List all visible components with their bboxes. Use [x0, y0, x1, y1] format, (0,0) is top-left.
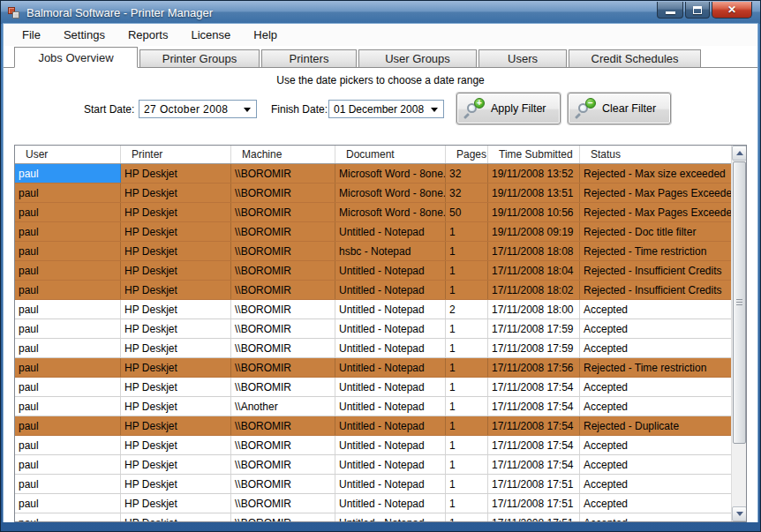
cell-pages[interactable]: 1	[446, 436, 488, 454]
clear-filter-button[interactable]: − Clear Filter	[568, 93, 671, 124]
cell-status[interactable]: Rejected - Max Pages Exceeded	[580, 203, 731, 221]
menu-settings[interactable]: Settings	[52, 25, 117, 45]
cell-machine[interactable]: \\Another	[231, 397, 335, 416]
cell-document[interactable]: Untitled - Notepad	[335, 475, 446, 493]
table-row[interactable]: paulHP Deskjet\\BOROMIRUntitled - Notepa…	[15, 475, 731, 494]
table-row[interactable]: paulHP Deskjet\\BOROMIRMicrosoft Word - …	[15, 203, 731, 222]
cell-user[interactable]: paul	[15, 416, 121, 435]
cell-pages[interactable]: 1	[446, 378, 488, 396]
cell-machine[interactable]: \\BOROMIR	[231, 455, 335, 474]
cell-pages[interactable]: 1	[446, 455, 488, 474]
table-row[interactable]: paulHP Deskjet\\BOROMIRMicrosoft Word - …	[15, 164, 731, 184]
cell-document[interactable]: Untitled - Notepad	[335, 300, 446, 318]
cell-printer[interactable]: HP Deskjet	[121, 475, 231, 493]
cell-time[interactable]: 19/11/2008 09:19	[488, 222, 580, 241]
table-row[interactable]: paulHP Deskjet\\BOROMIRUntitled - Notepa…	[15, 261, 731, 281]
cell-time[interactable]: 17/11/2008 17:54	[488, 436, 580, 454]
cell-status[interactable]: Accepted	[580, 436, 731, 454]
cell-machine[interactable]: \\BOROMIR	[231, 416, 335, 435]
cell-printer[interactable]: HP Deskjet	[121, 242, 231, 260]
cell-printer[interactable]: HP Deskjet	[121, 416, 231, 435]
cell-printer[interactable]: HP Deskjet	[121, 319, 231, 338]
table-row[interactable]: paulHP Deskjet\\BOROMIRUntitled - Notepa…	[15, 319, 731, 339]
cell-status[interactable]: Rejected - Time restriction	[580, 358, 731, 377]
cell-printer[interactable]: HP Deskjet	[121, 436, 231, 454]
table-row[interactable]: paulHP Deskjet\\AnotherUntitled - Notepa…	[15, 397, 731, 416]
cell-time[interactable]: 17/11/2008 17:54	[488, 397, 580, 416]
cell-status[interactable]: Accepted	[580, 397, 731, 416]
table-row[interactable]: paulHP Deskjet\\BOROMIRUntitled - Notepa…	[15, 339, 731, 358]
cell-user[interactable]: paul	[15, 319, 121, 338]
cell-pages[interactable]: 1	[446, 416, 488, 435]
cell-printer[interactable]: HP Deskjet	[121, 397, 231, 416]
cell-pages[interactable]: 1	[446, 261, 488, 280]
cell-time[interactable]: 17/11/2008 17:54	[488, 416, 580, 435]
cell-user[interactable]: paul	[15, 397, 121, 416]
cell-time[interactable]: 17/11/2008 17:51	[488, 513, 580, 522]
cell-time[interactable]: 17/11/2008 17:59	[488, 339, 580, 357]
cell-time[interactable]: 19/11/2008 13:52	[488, 164, 580, 183]
title-bar[interactable]: Balmoral Software - Printer Manager ✕	[1, 1, 760, 24]
cell-pages[interactable]: 1	[446, 494, 488, 513]
cell-status[interactable]: Accepted	[580, 300, 731, 318]
cell-pages[interactable]: 32	[446, 164, 488, 183]
cell-user[interactable]: paul	[15, 242, 121, 260]
cell-document[interactable]: Microsoft Word - 8one...	[335, 203, 446, 221]
cell-printer[interactable]: HP Deskjet	[121, 300, 231, 318]
cell-time[interactable]: 17/11/2008 17:54	[488, 378, 580, 396]
cell-time[interactable]: 17/11/2008 17:59	[488, 319, 580, 338]
cell-time[interactable]: 17/11/2008 17:54	[488, 455, 580, 474]
cell-user[interactable]: paul	[15, 494, 121, 513]
cell-status[interactable]: Accepted	[580, 455, 731, 474]
cell-status[interactable]: Rejected - Max size exceeded	[580, 164, 731, 183]
cell-user[interactable]: paul	[15, 436, 121, 454]
cell-machine[interactable]: \\BOROMIR	[231, 339, 335, 357]
cell-machine[interactable]: \\BOROMIR	[231, 358, 335, 377]
column-header-document[interactable]: Document	[335, 146, 446, 163]
cell-machine[interactable]: \\BOROMIR	[231, 203, 335, 221]
cell-pages[interactable]: 1	[446, 319, 488, 338]
cell-status[interactable]: Rejected - Max Pages Exceeded	[580, 184, 731, 202]
cell-status[interactable]: Accepted	[580, 513, 731, 522]
cell-machine[interactable]: \\BOROMIR	[231, 242, 335, 260]
cell-pages[interactable]: 50	[446, 203, 488, 221]
column-header-machine[interactable]: Machine	[231, 146, 335, 163]
cell-user[interactable]: paul	[15, 184, 121, 202]
cell-printer[interactable]: HP Deskjet	[121, 358, 231, 377]
cell-user[interactable]: paul	[15, 378, 121, 396]
cell-document[interactable]: Untitled - Notepad	[335, 261, 446, 280]
cell-document[interactable]: Untitled - Notepad	[335, 339, 446, 357]
cell-status[interactable]: Rejected - Time restriction	[580, 242, 731, 260]
cell-document[interactable]: Untitled - Notepad	[335, 513, 446, 522]
cell-document[interactable]: Untitled - Notepad	[335, 358, 446, 377]
tab-user-groups[interactable]: User Groups	[358, 49, 477, 67]
cell-machine[interactable]: \\BOROMIR	[231, 261, 335, 280]
table-row[interactable]: paulHP Deskjet\\BOROMIRhsbc - Notepad117…	[15, 242, 731, 261]
cell-document[interactable]: Untitled - Notepad	[335, 397, 446, 416]
cell-machine[interactable]: \\BOROMIR	[231, 184, 335, 202]
table-row[interactable]: paulHP Deskjet\\BOROMIRMicrosoft Word - …	[15, 184, 731, 203]
cell-document[interactable]: Untitled - Notepad	[335, 378, 446, 396]
menu-reports[interactable]: Reports	[117, 25, 180, 45]
table-row[interactable]: paulHP Deskjet\\BOROMIRUntitled - Notepa…	[15, 300, 731, 319]
cell-time[interactable]: 17/11/2008 18:08	[488, 242, 580, 260]
table-row[interactable]: paulHP Deskjet\\BOROMIRUntitled - Notepa…	[15, 416, 731, 436]
cell-time[interactable]: 17/11/2008 17:56	[488, 358, 580, 377]
menu-license[interactable]: License	[179, 25, 242, 45]
cell-user[interactable]: paul	[15, 300, 121, 318]
cell-printer[interactable]: HP Deskjet	[121, 339, 231, 357]
cell-status[interactable]: Accepted	[580, 378, 731, 396]
cell-pages[interactable]: 32	[446, 184, 488, 202]
cell-time[interactable]: 19/11/2008 10:56	[488, 203, 580, 221]
menu-help[interactable]: Help	[242, 25, 289, 45]
cell-machine[interactable]: \\BOROMIR	[231, 164, 335, 183]
cell-document[interactable]: Untitled - Notepad	[335, 436, 446, 454]
maximize-button[interactable]	[685, 2, 710, 19]
cell-user[interactable]: paul	[15, 203, 121, 221]
column-header-time-submitted[interactable]: Time Submitted	[488, 146, 580, 163]
tab-jobs-overview[interactable]: Jobs Overview	[14, 47, 138, 68]
cell-document[interactable]: Untitled - Notepad	[335, 494, 446, 513]
scroll-up-button[interactable]	[732, 146, 747, 161]
cell-time[interactable]: 17/11/2008 18:00	[488, 300, 580, 318]
cell-time[interactable]: 17/11/2008 18:02	[488, 281, 580, 299]
